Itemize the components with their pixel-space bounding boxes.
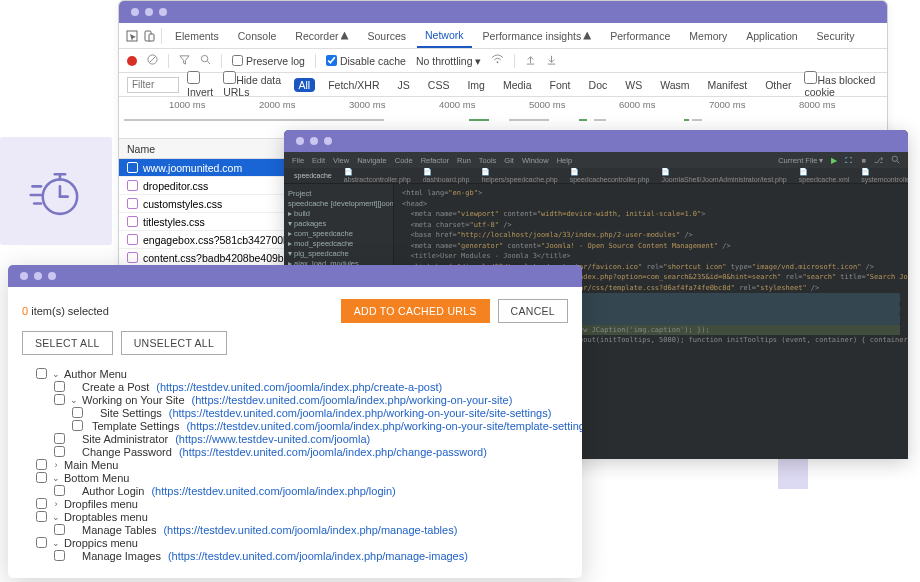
window-dot[interactable] (324, 137, 332, 145)
window-dot[interactable] (48, 272, 56, 280)
ide-menu-view[interactable]: View (333, 156, 349, 165)
debug-icon[interactable]: ⛶ (845, 156, 853, 165)
window-dot[interactable] (131, 8, 139, 16)
ide-tab[interactable]: 📄 systemcontroller.php (857, 167, 908, 184)
ide-menu-code[interactable]: Code (395, 156, 413, 165)
run-config[interactable]: Current File ▾ (778, 156, 823, 165)
project-tree-item[interactable]: ▾ packages (288, 218, 389, 228)
search-icon[interactable] (200, 54, 211, 67)
ide-menu-edit[interactable]: Edit (312, 156, 325, 165)
unselect-all-button[interactable]: UNSELECT ALL (121, 331, 227, 355)
ide-tab[interactable]: 📄 abstractcontroller.php (340, 167, 415, 184)
stop-icon[interactable]: ■ (861, 156, 866, 165)
window-dot[interactable] (159, 8, 167, 16)
tree-node-label[interactable]: Author Menu (64, 368, 127, 380)
devtools-tab-elements[interactable]: Elements (167, 23, 227, 48)
wifi-icon[interactable] (491, 54, 504, 67)
tree-node-label[interactable]: Manage Images (82, 550, 161, 562)
tree-node-label[interactable]: Droppics menu (64, 537, 138, 549)
devtools-tab-recorder[interactable]: Recorder (287, 23, 356, 48)
tree-node-checkbox[interactable] (36, 368, 47, 379)
tree-node-checkbox[interactable] (54, 381, 65, 392)
run-icon[interactable]: ▶ (831, 156, 837, 165)
tree-node-label[interactable]: Template Settings (92, 420, 179, 432)
preserve-log-checkbox[interactable]: Preserve log (232, 55, 305, 67)
devtools-tab-sources[interactable]: Sources (360, 23, 415, 48)
ide-menu-run[interactable]: Run (457, 156, 471, 165)
tree-node-checkbox[interactable] (72, 420, 83, 431)
tree-node-label[interactable]: Manage Tables (82, 524, 156, 536)
chevron-down-icon[interactable]: ⌄ (70, 395, 78, 405)
tree-node-label[interactable]: Author Login (82, 485, 144, 497)
devtools-tab-memory[interactable]: Memory (681, 23, 735, 48)
clear-icon[interactable] (147, 54, 158, 67)
devtools-tab-performance-insights[interactable]: Performance insights (475, 23, 600, 48)
chevron-right-icon[interactable]: › (52, 460, 60, 470)
filter-chip-font[interactable]: Font (545, 78, 576, 92)
hide-data-urls-checkbox[interactable]: Hide data URLs (223, 71, 285, 98)
ide-tab[interactable]: 📄 speedcachecontroller.php (566, 167, 654, 184)
project-tree-item[interactable]: speedcache [development][joomla33] (288, 198, 389, 208)
tree-node-checkbox[interactable] (36, 459, 47, 470)
ide-tab[interactable]: speedcache (290, 171, 336, 180)
tree-node-label[interactable]: Site Administrator (82, 433, 168, 445)
blocked-cookies-checkbox[interactable]: Has blocked cookie (804, 71, 879, 98)
tree-node-checkbox[interactable] (54, 433, 65, 444)
ide-menu-tools[interactable]: Tools (479, 156, 497, 165)
window-dot[interactable] (145, 8, 153, 16)
tree-node-checkbox[interactable] (36, 511, 47, 522)
throttling-select[interactable]: No throttling ▾ (416, 55, 482, 67)
filter-chip-doc[interactable]: Doc (584, 78, 613, 92)
devtools-tab-console[interactable]: Console (230, 23, 285, 48)
tree-node-checkbox[interactable] (54, 394, 65, 405)
tree-node-checkbox[interactable] (54, 524, 65, 535)
tree-node-checkbox[interactable] (36, 537, 47, 548)
search-icon[interactable] (891, 155, 900, 166)
devtools-tab-application[interactable]: Application (738, 23, 805, 48)
ide-tab[interactable]: 📄 JoomlaShell/JoomAdministrator/test.php (657, 167, 790, 184)
chevron-right-icon[interactable]: › (52, 499, 60, 509)
upload-icon[interactable] (525, 54, 536, 67)
disable-cache-checkbox[interactable]: Disable cache (326, 55, 406, 67)
record-icon[interactable] (127, 56, 137, 66)
ide-menu-help[interactable]: Help (557, 156, 572, 165)
ide-menu-navigate[interactable]: Navigate (357, 156, 387, 165)
project-tree-item[interactable]: Project (288, 188, 389, 198)
filter-chip-other[interactable]: Other (760, 78, 796, 92)
add-to-cached-urls-button[interactable]: ADD TO CACHED URLS (341, 299, 490, 323)
ide-menu-refactor[interactable]: Refactor (421, 156, 449, 165)
ide-menu-window[interactable]: Window (522, 156, 549, 165)
download-icon[interactable] (546, 54, 557, 67)
tree-node-checkbox[interactable] (54, 485, 65, 496)
chevron-down-icon[interactable]: ⌄ (52, 473, 60, 483)
project-tree-item[interactable]: ▸ build (288, 208, 389, 218)
chevron-down-icon[interactable]: ⌄ (52, 538, 60, 548)
tree-node-checkbox[interactable] (36, 472, 47, 483)
git-icon[interactable]: ⎇ (874, 156, 883, 165)
tree-node-checkbox[interactable] (36, 498, 47, 509)
filter-input[interactable] (127, 77, 179, 93)
select-all-button[interactable]: SELECT ALL (22, 331, 113, 355)
tree-node-label[interactable]: Create a Post (82, 381, 149, 393)
tree-node-label[interactable]: Dropfiles menu (64, 498, 138, 510)
devtools-tab-security[interactable]: Security (809, 23, 863, 48)
ide-menu-git[interactable]: Git (504, 156, 514, 165)
window-dot[interactable] (310, 137, 318, 145)
devtools-tab-performance[interactable]: Performance (602, 23, 678, 48)
project-tree-item[interactable]: ▸ com_speedcache (288, 228, 389, 238)
tree-node-checkbox[interactable] (54, 550, 65, 561)
filter-chip-js[interactable]: JS (393, 78, 415, 92)
filter-chip-media[interactable]: Media (498, 78, 537, 92)
cancel-button[interactable]: CANCEL (498, 299, 568, 323)
project-tree-item[interactable]: ▸ mod_speedcache (288, 238, 389, 248)
tree-node-label[interactable]: Main Menu (64, 459, 118, 471)
filter-chip-manifest[interactable]: Manifest (703, 78, 753, 92)
window-dot[interactable] (296, 137, 304, 145)
tree-node-checkbox[interactable] (72, 407, 83, 418)
tree-node-checkbox[interactable] (54, 446, 65, 457)
tree-node-label[interactable]: Droptables menu (64, 511, 148, 523)
window-dot[interactable] (20, 272, 28, 280)
filter-chip-wasm[interactable]: Wasm (655, 78, 694, 92)
filter-chip-ws[interactable]: WS (620, 78, 647, 92)
ide-tab[interactable]: 📄 speedcache.xml (795, 167, 854, 184)
